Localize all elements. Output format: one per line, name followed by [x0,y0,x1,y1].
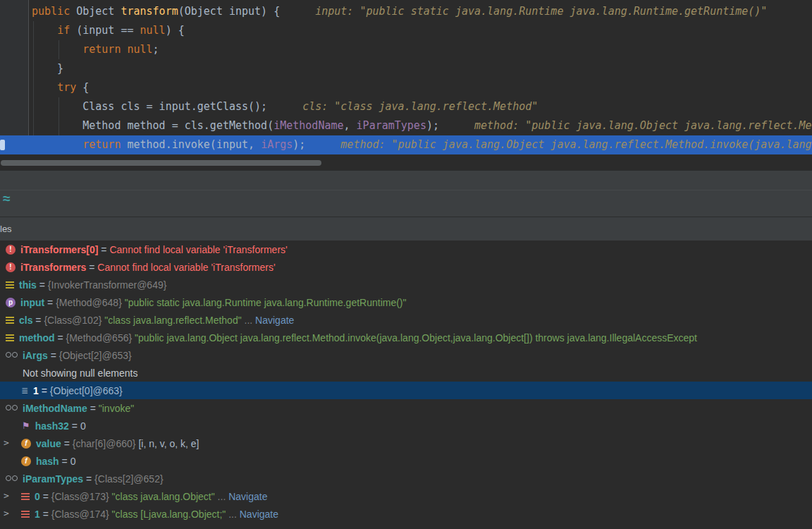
code-line[interactable]: Method method = cls.getMethod(iMethodNam… [0,116,812,135]
variable-text: iTransformers[0] = Cannot find local var… [20,244,288,255]
variable-text: iMethodName = "invoke" [23,403,134,414]
chevron-right-icon[interactable]: > [4,490,9,501]
variable-value: "public java.lang.Object java.lang.refle… [135,332,697,343]
inline-debug-hint: method: "public java.lang.Object java.la… [340,138,812,151]
variable-value: {Method@648} [56,297,125,308]
navigate-link[interactable]: Navigate [240,509,278,520]
code-token: Method method = cls.getMethod( [32,119,273,132]
variable-text: Not showing null elements [23,367,137,379]
variable-value: {Class@102} [44,315,104,326]
variable-value: {Class@173} [51,491,112,502]
variable-text: 1 = {Class@174} "class [Ljava.lang.Objec… [35,509,278,520]
ide-debug-view: public Object transform(Object input) {i… [0,0,812,529]
variable-value: {Class[2]@652} [94,473,164,485]
variable-row[interactable]: method = {Method@656} "public java.lang.… [0,329,812,346]
code-line[interactable]: Class cls = input.getClass();cls: "class… [0,97,812,116]
variable-value: = [83,473,94,485]
code-token: iParamTypes [357,119,426,132]
code-line[interactable]: try { [0,78,812,97]
variable-value: "class java.lang.Object" [112,491,215,502]
variable-value: = [40,491,51,502]
value-yellow-icon [6,334,14,341]
variable-text: iArgs = {Object[2]@653} [23,350,132,361]
code-token [32,43,82,56]
code-token: return [82,43,121,56]
variable-name: 1 [33,385,39,396]
note-text: Not showing null elements [23,367,137,379]
execution-line[interactable]: return method.invoke(input, iArgs);metho… [0,135,812,154]
variable-text: cls = {Class@102} "class java.lang.refle… [19,315,294,326]
chevron-right-icon[interactable]: > [4,437,9,448]
variable-name: iMethodName [23,403,87,414]
variable-value: {Method@656} [66,332,135,343]
variable-value: 0 [80,420,86,432]
variable-row[interactable]: >fvalue = {char[6]@660} [i, n, v, o, k, … [0,434,812,452]
horizontal-scrollbar-track[interactable] [0,154,812,170]
variable-value: ... [242,315,255,326]
variable-name: method [19,332,55,343]
code-token: ); [426,119,439,132]
variable-value: {char[6]@660} [73,438,139,449]
code-line[interactable]: return null; [0,40,812,59]
watch-glasses-icon [6,475,18,482]
variable-row[interactable]: iParamTypes = {Class[2]@652} [0,470,812,487]
code-line[interactable]: } [0,59,812,78]
variable-value: "invoke" [99,403,134,414]
code-token: Class cls = input.getClass(); [32,100,267,113]
variable-row[interactable]: pinput = {Method@648} "public static jav… [0,293,812,311]
variable-row[interactable]: >1 = {Class@174} "class [Ljava.lang.Obje… [0,505,812,523]
parameter-icon: p [6,298,16,308]
code-token: { [76,81,89,94]
variable-value: Cannot find local variable 'iTransformer… [97,262,275,273]
horizontal-scrollbar-thumb[interactable] [1,160,321,166]
variable-name: this [19,279,37,291]
variable-value: {InvokerTransformer@649} [48,279,167,291]
navigate-link[interactable]: Navigate [255,315,294,326]
value-red-icon [21,511,30,518]
variable-value: = [40,509,51,520]
debug-toolbar-area: ≈ [0,170,812,217]
variable-row[interactable]: Not showing null elements [0,364,812,382]
value-yellow-icon [6,281,14,288]
variable-text: 0 = {Class@173} "class java.lang.Object"… [35,491,267,502]
code-token: (input == [70,24,140,37]
variable-text: hash = 0 [36,456,75,467]
variable-value: = [86,262,97,273]
chevron-right-icon[interactable]: > [4,508,9,518]
code-token [32,81,57,94]
variable-row[interactable]: fhash = 0 [0,452,812,470]
variable-row[interactable]: !iTransformers = Cannot find local varia… [0,258,812,276]
variable-row[interactable]: ≣1 = {Object[0]@663} [0,382,812,399]
variable-row[interactable]: >0 = {Class@173} "class java.lang.Object… [0,487,812,505]
variable-row[interactable]: this = {InvokerTransformer@649} [0,276,812,293]
variable-row[interactable]: iArgs = {Object[2]@653} [0,346,812,364]
variable-value: = [87,403,99,414]
code-line[interactable]: public Object transform(Object input) {i… [0,2,812,21]
field-icon: f [21,439,31,449]
inline-debug-hint: cls: "class java.lang.reflect.Method" [302,100,538,113]
variable-row[interactable]: !iTransformers[0] = Cannot find local va… [0,241,812,258]
navigate-link[interactable]: Navigate [228,491,267,502]
code-token: iArgs [261,138,293,151]
variables-panel-header: les [0,217,812,241]
variable-row[interactable]: cls = {Class@102} "class java.lang.refle… [0,311,812,329]
inline-debug-hint: input: "public static java.lang.Runtime … [315,5,767,18]
code-token: Object [70,5,121,18]
variables-list: !iTransformers[0] = Cannot find local va… [0,241,812,529]
variable-value: {Class@174} [51,509,112,520]
variable-value: 0 [70,456,76,467]
separator [0,190,812,190]
variable-value: ... [226,509,239,520]
variable-value: {Object[2]@653} [59,350,132,361]
variables-settings-icon[interactable]: ≈ [3,192,10,205]
variable-text: iParamTypes = {Class[2]@652} [23,473,164,485]
variable-row[interactable]: ⚑hash32 = 0 [0,417,812,434]
code-line[interactable]: if (input == null) { [0,21,812,40]
variable-row[interactable]: iMethodName = "invoke" [0,399,812,417]
variable-value: = [55,332,66,343]
variable-name: iArgs [23,350,48,361]
variable-name: hash [36,456,59,467]
variable-text: iTransformers = Cannot find local variab… [20,262,276,273]
variable-text: method = {Method@656} "public java.lang.… [19,332,697,343]
code-token: try [57,81,76,94]
